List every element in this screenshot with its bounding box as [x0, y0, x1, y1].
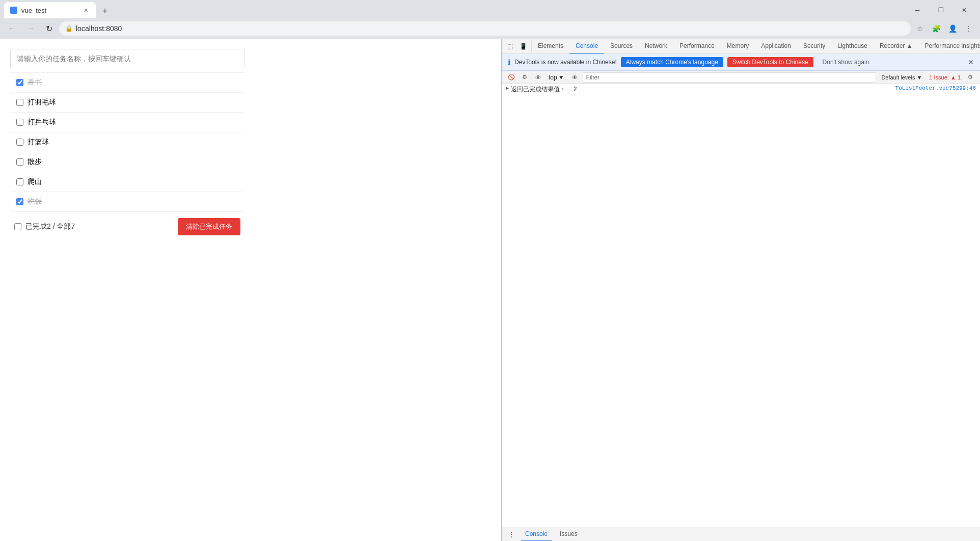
tab-close-icon[interactable]: ✕ — [81, 6, 90, 14]
task-label-4[interactable]: 打篮球 — [28, 138, 49, 147]
task-item: 打乒乓球 — [10, 113, 244, 132]
task-item: 看书 — [10, 72, 244, 93]
notification-close-icon[interactable]: ✕ — [968, 58, 974, 66]
notification-bar: ℹ DevTools is now available in Chinese! … — [502, 54, 980, 71]
clear-console-button[interactable]: 🚫 — [506, 72, 517, 83]
select-all-checkbox[interactable] — [14, 223, 21, 230]
task-checkbox-5[interactable] — [16, 158, 23, 166]
task-item: 散步 — [10, 152, 244, 172]
extensions-button[interactable]: 🧩 — [929, 21, 943, 36]
minimize-button[interactable]: ─ — [906, 2, 929, 18]
console-filter-input[interactable] — [583, 72, 877, 83]
page-content: 看书打羽毛球打乒乓球打篮球散步爬山吃饭 已完成2 / 全部7 清除已完成任务 — [0, 39, 501, 541]
console-gear-button[interactable]: ⚙ — [965, 72, 976, 83]
tab-console[interactable]: Console — [569, 39, 604, 54]
task-label-5[interactable]: 散步 — [28, 157, 42, 167]
task-label-2[interactable]: 打羽毛球 — [28, 98, 56, 107]
inspect-element-button[interactable]: ⬚ — [504, 40, 516, 52]
notification-icon: ℹ — [508, 58, 510, 66]
task-item: 吃饭 — [10, 192, 244, 212]
tab-favicon — [10, 7, 17, 14]
console-content: ▶ 返回已完成结果值： 2 ToListFooter.vue?5299:46 — [502, 84, 980, 527]
address-input-wrap[interactable]: 🔒 localhost:8080 — [59, 21, 911, 36]
match-language-button[interactable]: Always match Chrome's language — [621, 57, 723, 67]
task-checkbox-3[interactable] — [16, 119, 23, 126]
tab-elements[interactable]: Elements — [532, 39, 569, 54]
task-label-3[interactable]: 打乒乓球 — [28, 118, 56, 127]
menu-button[interactable]: ⋮ — [962, 21, 976, 36]
browser-chrome: vue_test ✕ + ─ ❐ ✕ ← → ↻ 🔒 localhost:808… — [0, 0, 980, 39]
console-settings-button[interactable]: ⚙ — [519, 72, 530, 83]
devtools-toolbar-icons: ⬚ 📱 — [502, 40, 532, 52]
task-item: 爬山 — [10, 172, 244, 192]
dont-show-again-button[interactable]: Don't show again — [818, 57, 875, 67]
task-checkbox-4[interactable] — [16, 139, 23, 146]
console-line-source[interactable]: ToListFooter.vue?5299:46 — [895, 85, 976, 91]
console-expand-icon[interactable]: ▶ — [506, 85, 509, 91]
tab-title: vue_test — [21, 7, 77, 14]
reload-button[interactable]: ↻ — [41, 20, 57, 37]
top-dropdown[interactable]: top ▼ — [546, 73, 567, 82]
bottom-tab-issues[interactable]: Issues — [556, 527, 582, 542]
back-button[interactable]: ← — [4, 20, 20, 37]
task-summary: 已完成2 / 全部7 — [25, 222, 75, 231]
device-toolbar-button[interactable]: 📱 — [517, 40, 529, 52]
devtools-tabs-bar: ⬚ 📱 Elements Console Sources Network Per… — [502, 39, 980, 54]
console-line-text: 返回已完成结果值： 2 — [511, 85, 895, 94]
task-label-6[interactable]: 爬山 — [28, 177, 42, 186]
bookmark-button[interactable]: ☆ — [913, 21, 927, 36]
task-item: 打羽毛球 — [10, 93, 244, 113]
devtools-bottom-bar: ⋮ Console Issues — [502, 527, 980, 541]
address-bar: ← → ↻ 🔒 localhost:8080 ☆ 🧩 👤 ⋮ — [0, 18, 980, 39]
top-dropdown-label: top — [549, 74, 557, 81]
task-footer: 已完成2 / 全部7 清除已完成任务 — [10, 212, 244, 241]
task-item: 打篮球 — [10, 132, 244, 152]
tab-bar: vue_test ✕ + ─ ❐ ✕ — [0, 0, 980, 18]
task-label-1[interactable]: 看书 — [28, 78, 42, 87]
default-levels-dropdown[interactable]: Default levels ▼ — [878, 73, 925, 82]
tab-lighthouse[interactable]: Lighthouse — [831, 39, 874, 54]
tab-sources[interactable]: Sources — [604, 39, 639, 54]
top-dropdown-arrow: ▼ — [558, 74, 564, 81]
lock-icon: 🔒 — [65, 25, 73, 32]
address-text: localhost:8080 — [76, 24, 905, 33]
task-input[interactable] — [10, 49, 244, 68]
task-checkbox-2[interactable] — [16, 99, 23, 106]
console-toolbar: 🚫 ⚙ 👁 top ▼ 👁 Default levels ▼ 1 Issue: … — [502, 71, 980, 84]
tab-recorder[interactable]: Recorder ▲ — [874, 39, 919, 54]
close-button[interactable]: ✕ — [952, 2, 976, 18]
tab-performance[interactable]: Performance — [673, 39, 721, 54]
bottom-tab-console[interactable]: Console — [521, 527, 552, 542]
notification-text: DevTools is now available in Chinese! — [514, 59, 617, 66]
eye-filter-button[interactable]: 👁 — [569, 72, 581, 83]
bottom-menu-button[interactable]: ⋮ — [506, 529, 517, 540]
tab-network[interactable]: Network — [639, 39, 673, 54]
task-list: 看书打羽毛球打乒乓球打篮球散步爬山吃饭 — [10, 72, 244, 212]
forward-button[interactable]: → — [22, 20, 39, 37]
profile-button[interactable]: 👤 — [945, 21, 960, 36]
devtools-panel: ⬚ 📱 Elements Console Sources Network Per… — [501, 39, 980, 541]
browser-tab-active[interactable]: vue_test ✕ — [4, 2, 96, 18]
console-eye-button[interactable]: 👁 — [532, 72, 543, 83]
tab-performance-insights[interactable]: Performance insights ▲ — [919, 39, 980, 54]
issues-badge[interactable]: 1 Issue: ▲ 1 — [929, 74, 961, 80]
task-app: 看书打羽毛球打乒乓球打篮球散步爬山吃饭 已完成2 / 全部7 清除已完成任务 — [10, 49, 491, 241]
switch-to-chinese-button[interactable]: Switch DevTools to Chinese — [727, 57, 813, 67]
task-checkbox-6[interactable] — [16, 178, 23, 185]
tab-security[interactable]: Security — [797, 39, 831, 54]
tab-memory[interactable]: Memory — [721, 39, 755, 54]
task-checkbox-7[interactable] — [16, 198, 23, 205]
clear-completed-button[interactable]: 清除已完成任务 — [178, 218, 240, 235]
restore-button[interactable]: ❐ — [929, 2, 952, 18]
new-tab-button[interactable]: + — [98, 4, 112, 18]
console-line: ▶ 返回已完成结果值： 2 ToListFooter.vue?5299:46 — [502, 84, 980, 95]
task-checkbox-1[interactable] — [16, 79, 23, 86]
task-label-7[interactable]: 吃饭 — [28, 197, 42, 206]
tab-application[interactable]: Application — [755, 39, 797, 54]
